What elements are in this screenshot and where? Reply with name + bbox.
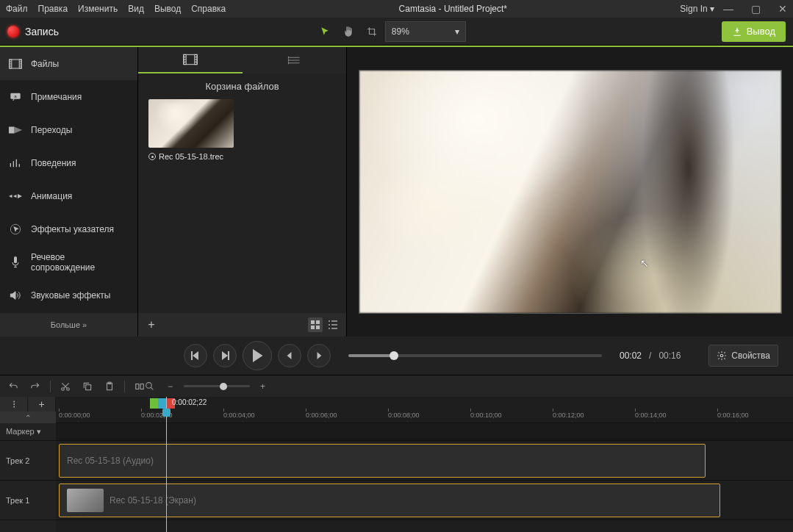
minimize-button[interactable]: — [723, 3, 733, 15]
playhead-flag[interactable] [150, 398, 175, 409]
ruler-tick: 0:00:04;00 [223, 411, 255, 419]
add-media-button[interactable]: + [144, 317, 159, 332]
step-back-button[interactable] [278, 344, 301, 367]
clip-label: Rec 05-15-18.trec [148, 152, 234, 161]
ruler-tick: 0:00:16;00 [717, 411, 749, 419]
zoom-out-button[interactable]: − [163, 379, 178, 394]
sidebar-item-audio-effects[interactable]: Звуковые эффекты [0, 278, 137, 312]
collapse-tracks-button[interactable]: ⌃ [0, 411, 56, 423]
paste-button[interactable] [102, 379, 117, 394]
playback-bar: 00:02 / 00:16 Свойства [0, 337, 793, 375]
next-frame-button[interactable] [213, 344, 237, 367]
sidebar-item-narration[interactable]: Речевое сопровождение [0, 245, 137, 278]
sidebar-item-label: Файлы [31, 59, 59, 69]
sidebar-item-cursor-effects[interactable]: Эффекты указателя [0, 212, 137, 245]
preview-canvas[interactable]: ↖ [359, 70, 782, 314]
main-toolbar: Запись 89% ▾ Вывод [0, 18, 793, 46]
timeline-tracks[interactable]: 0:00:02;22 0:00:00;00 0:00:02;00 0:00:04… [56, 397, 793, 532]
preview-frame [359, 71, 781, 313]
ruler-tick: 0:00:10;00 [470, 411, 502, 419]
track-label-1[interactable]: Трек 1 [0, 481, 56, 520]
play-button[interactable] [243, 341, 272, 370]
chevron-down-icon: ▾ [455, 26, 459, 37]
zoom-search-icon [143, 379, 157, 394]
clip-screen-label: Rec 05-15-18 (Экран) [110, 495, 196, 506]
ruler-tick: 0:00:14;00 [635, 411, 667, 419]
sidebar-item-label: Речевое сопровождение [31, 252, 129, 273]
playhead-handle[interactable] [162, 409, 171, 417]
record-button[interactable]: Запись [7, 26, 59, 37]
export-button[interactable]: Вывод [722, 21, 786, 42]
sidebar-item-transitions[interactable]: Переходы [0, 113, 137, 146]
menu-help[interactable]: Справка [191, 4, 226, 14]
recording-icon [148, 153, 156, 160]
properties-button[interactable]: Свойства [708, 345, 778, 367]
redo-button[interactable] [28, 379, 43, 394]
undo-button[interactable] [6, 379, 21, 394]
sidebar-item-label: Звуковые эффекты [31, 290, 110, 301]
playhead-line[interactable] [166, 397, 167, 532]
sidebar-item-label: Переходы [31, 125, 72, 135]
timeline-toolbar: − + [0, 375, 793, 397]
track-options-button[interactable]: ⁝ [0, 397, 28, 411]
clip-screen[interactable]: Rec 05-15-18 (Экран) [59, 484, 720, 517]
ruler-tick: 0:00:00;00 [59, 411, 90, 419]
maximize-button[interactable]: ▢ [751, 3, 761, 15]
clip-thumbnail [148, 99, 234, 148]
svg-rect-7 [14, 256, 17, 263]
media-tab-clips[interactable] [138, 47, 243, 73]
svg-rect-16 [331, 320, 337, 322]
zoom-in-button[interactable]: + [256, 379, 270, 394]
svg-rect-24 [86, 384, 91, 389]
clip-audio-label: Rec 05-15-18 (Аудио) [67, 456, 154, 466]
seek-fill [348, 354, 394, 357]
zoom-value: 89% [392, 26, 409, 37]
clip-audio[interactable]: Rec 05-15-18 (Аудио) [59, 444, 706, 478]
menu-file[interactable]: Файл [6, 4, 28, 14]
svg-rect-12 [316, 320, 320, 324]
menu-edit[interactable]: Правка [38, 4, 68, 14]
marker-row-label[interactable]: Маркер ▾ [0, 423, 56, 441]
animations-icon [9, 190, 22, 203]
title-bar: Файл Правка Изменить Вид Вывод Справка C… [0, 0, 793, 18]
list-view-button[interactable] [326, 317, 340, 332]
sidebar-more[interactable]: Больше » [0, 313, 137, 337]
prev-frame-button[interactable] [184, 344, 207, 367]
media-panel: Корзина файлов Rec 05-15-18.trec + [138, 47, 347, 337]
media-tab-library[interactable] [243, 47, 347, 73]
svg-rect-18 [331, 324, 337, 326]
close-button[interactable]: ✕ [778, 3, 787, 15]
sidebar-item-label: Поведения [31, 158, 76, 168]
step-forward-button[interactable] [307, 344, 331, 367]
svg-rect-5 [9, 126, 15, 133]
svg-rect-19 [329, 328, 330, 329]
add-track-button[interactable]: + [28, 397, 56, 411]
sidebar-item-behaviors[interactable]: Поведения [0, 146, 137, 179]
track-label-2[interactable]: Трек 2 [0, 441, 56, 481]
grid-view-button[interactable] [308, 317, 323, 332]
pointer-tool[interactable] [315, 21, 335, 42]
media-clip[interactable]: Rec 05-15-18.trec [148, 99, 234, 161]
crop-tool[interactable] [362, 21, 382, 42]
app-menu: Файл Правка Изменить Вид Вывод Справка [6, 4, 226, 14]
ruler-tick: 0:00:12;00 [553, 411, 584, 419]
sidebar-item-label: Примечания [31, 92, 82, 102]
audio-effects-icon [9, 289, 22, 302]
pan-tool[interactable] [338, 21, 359, 42]
menu-output[interactable]: Вывод [154, 4, 181, 14]
cut-button[interactable] [58, 379, 73, 394]
behaviors-icon [9, 157, 22, 170]
menu-view[interactable]: Вид [128, 4, 144, 14]
sign-in-button[interactable]: Sign In ▾ [680, 4, 714, 14]
zoom-select[interactable]: 89% ▾ [385, 21, 466, 42]
ruler-tick: 0:00:08;00 [388, 411, 420, 419]
timeline-zoom-slider[interactable] [184, 385, 250, 387]
menu-modify[interactable]: Изменить [78, 4, 118, 14]
seek-bar[interactable] [348, 354, 602, 357]
seek-knob[interactable] [390, 351, 398, 360]
time-display: 00:02 / 00:16 [620, 351, 681, 361]
copy-button[interactable] [80, 379, 95, 394]
sidebar-item-files[interactable]: Файлы [0, 47, 137, 80]
sidebar-item-annotations[interactable]: a Примечания [0, 80, 137, 113]
sidebar-item-animations[interactable]: Анимация [0, 179, 137, 212]
